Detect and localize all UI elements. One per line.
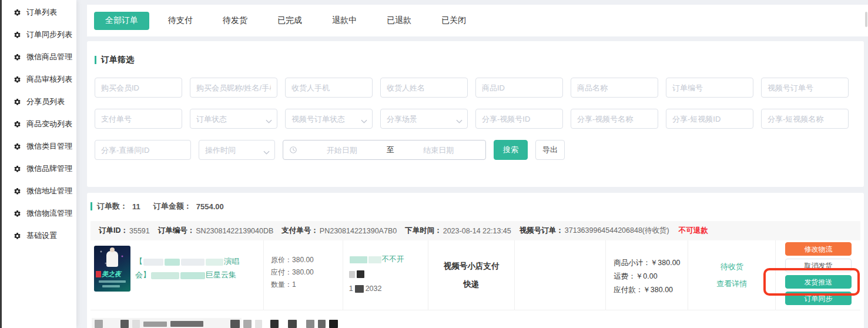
- filter-input[interactable]: [95, 78, 182, 98]
- filter-field: [95, 78, 182, 98]
- export-button[interactable]: 导出: [535, 140, 565, 160]
- redacted-block: [151, 272, 179, 279]
- subtotal-label: 商品小计：: [614, 259, 651, 267]
- product-title-link[interactable]: 【演唱 会】巨星云集: [135, 255, 239, 304]
- sidebar-item[interactable]: 微信物流管理: [2, 202, 76, 225]
- redacted-next-order-header: [92, 318, 503, 328]
- filter-title-text: 订单筛选: [101, 55, 134, 65]
- tab-label: 待发货: [223, 15, 247, 25]
- filter-field: [199, 140, 275, 160]
- date-range-separator: 至: [387, 145, 394, 155]
- order-card-header: 订单ID： 35591 订单编号： SN23081422139040DB 支付单…: [91, 221, 860, 240]
- filter-input[interactable]: [761, 78, 849, 98]
- sidebar-item-label: 微信品牌管理: [26, 163, 72, 174]
- poster-title: 美之夜: [96, 270, 121, 279]
- search-button[interactable]: 搜索: [494, 140, 528, 160]
- order-status-tab[interactable]: 已完成: [266, 12, 313, 30]
- filter-input[interactable]: [666, 109, 753, 129]
- scrollbar[interactable]: [865, 12, 867, 27]
- order-action-button[interactable]: 发货推送: [785, 275, 852, 289]
- filter-input[interactable]: [95, 109, 182, 129]
- redacted-block: [349, 271, 355, 278]
- order-status-tab[interactable]: 退款中: [321, 12, 368, 30]
- filter-field: [285, 78, 373, 98]
- order-action-button[interactable]: 取消发货: [785, 259, 852, 272]
- filter-field: [95, 109, 182, 129]
- gear-icon: [14, 232, 21, 240]
- order-action-button[interactable]: 修改物流: [785, 242, 852, 256]
- filter-field: [190, 78, 277, 98]
- end-date-input[interactable]: [398, 146, 480, 155]
- filter-input[interactable]: [95, 140, 191, 160]
- sidebar-item[interactable]: 商品变动列表: [2, 113, 76, 135]
- sidebar-item[interactable]: 微信类目管理: [2, 135, 76, 158]
- empty-cell: [515, 240, 606, 310]
- filter-field: [571, 109, 658, 129]
- start-date-input[interactable]: [301, 146, 383, 155]
- order-status-tab[interactable]: 待支付: [157, 12, 204, 30]
- redacted-block: [329, 320, 338, 328]
- status-cell: 待收货 查看详情: [688, 240, 776, 310]
- redacted-block: [95, 320, 103, 328]
- tab-label: 退款中: [332, 15, 357, 25]
- order-status-tab[interactable]: 全部订单: [94, 12, 149, 30]
- order-status-tab[interactable]: 已关闭: [430, 12, 477, 30]
- filter-input[interactable]: [571, 109, 658, 129]
- sidebar-item[interactable]: 微信地址管理: [2, 180, 76, 202]
- sidebar-item-label: 微信类目管理: [26, 141, 72, 152]
- sidebar-item[interactable]: 订单同步列表: [2, 24, 76, 46]
- sidebar-item-label: 微信商品管理: [26, 52, 72, 62]
- filter-input[interactable]: [666, 78, 753, 98]
- tab-label: 已退款: [387, 15, 411, 25]
- order-count-label: 订单数：: [97, 201, 128, 212]
- order-amount-label: 订单金额：: [153, 201, 192, 212]
- order-action-button[interactable]: 订单同步: [785, 292, 852, 305]
- sidebar-item[interactable]: 基础设置: [2, 225, 76, 247]
- pay-sn-value: PN230814221390A7B0: [320, 227, 397, 235]
- gear-icon: [14, 76, 21, 83]
- gear-icon: [14, 121, 21, 128]
- order-status-tab[interactable]: 已退款: [376, 12, 423, 30]
- filter-input[interactable]: [190, 78, 277, 98]
- filter-field: [475, 78, 563, 98]
- filter-field: [285, 109, 373, 129]
- filter-field: [475, 109, 563, 129]
- filter-input[interactable]: [380, 109, 468, 129]
- date-range-picker[interactable]: 至: [283, 140, 486, 160]
- tab-list: 全部订单 待支付 待发货 已完成 退款中 已退款 已关闭: [87, 5, 868, 36]
- filter-input[interactable]: [761, 109, 849, 129]
- gear-icon: [14, 98, 21, 106]
- sidebar-item-label: 订单列表: [26, 7, 57, 18]
- gear-icon: [14, 53, 21, 61]
- freight-label: 运费：: [614, 272, 636, 280]
- sidebar-item[interactable]: 分享员列表: [2, 91, 76, 113]
- filter-field: [666, 109, 753, 129]
- order-status-tab[interactable]: 待发货: [212, 12, 259, 30]
- amounts-cell: 商品小计：￥380.00 运费：￥0.00 应付款：￥380.00: [606, 240, 688, 310]
- order-id-label: 订单ID：: [99, 226, 128, 236]
- filter-input[interactable]: [190, 109, 277, 129]
- sidebar-item[interactable]: 订单列表: [2, 1, 76, 24]
- buyer-phone-start: 1: [349, 285, 353, 293]
- sidebar-item[interactable]: 商品审核列表: [2, 68, 76, 91]
- sidebar-item[interactable]: 微信商品管理: [2, 46, 76, 68]
- filter-field: [95, 140, 191, 160]
- redacted-block: [270, 320, 279, 328]
- filter-input[interactable]: [285, 109, 373, 129]
- view-detail-link[interactable]: 查看详情: [716, 279, 747, 289]
- sidebar-item-label: 商品变动列表: [26, 119, 72, 129]
- order-tabs-bar: 全部订单 待支付 待发货 已完成 退款中 已退款 已关闭: [87, 5, 868, 36]
- order-summary: 订单数： 11 订单金额： 7554.00: [89, 193, 862, 219]
- redacted-block: [120, 320, 129, 328]
- redacted-block: [243, 320, 252, 328]
- filter-input[interactable]: [475, 78, 563, 98]
- sidebar-item[interactable]: 微信品牌管理: [2, 158, 76, 180]
- redacted-block: [206, 259, 223, 266]
- filter-input[interactable]: [380, 78, 468, 98]
- freight-value: ￥0.00: [636, 272, 658, 280]
- filter-input[interactable]: [475, 109, 563, 129]
- payable-price-label: 应付：: [271, 268, 292, 276]
- filter-input[interactable]: [285, 78, 373, 98]
- filter-input[interactable]: [571, 78, 658, 98]
- order-sn-value: SN23081422139040DB: [196, 227, 273, 235]
